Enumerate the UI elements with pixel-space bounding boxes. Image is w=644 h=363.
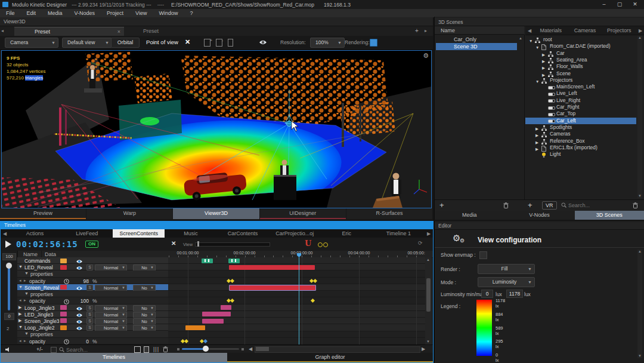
add-object-icon[interactable]: + bbox=[528, 201, 532, 210]
track-row-opacity[interactable]: ◂▸opacity0% bbox=[17, 338, 168, 344]
track-color-swatch[interactable] bbox=[60, 325, 67, 330]
track-row-screen-jingle3[interactable]: ▶Screen_Jingle3SNormal▼No▼ bbox=[17, 318, 168, 324]
tree-item-cartop[interactable]: Car_Top bbox=[525, 110, 636, 117]
render-dropdown[interactable]: Fill▼ bbox=[478, 264, 535, 274]
tree-item-carleft[interactable]: Car_Left bbox=[525, 118, 636, 124]
editor-scroll-up-icon[interactable]: ▲ bbox=[638, 250, 642, 253]
tree-item-liveleft[interactable]: Live_Left bbox=[525, 90, 636, 97]
viewport-3d[interactable]: 9 FPS 32 objects 1,084,247 vertices 572,… bbox=[1, 50, 432, 208]
rail-slider-handle[interactable] bbox=[6, 263, 12, 269]
tab-cameras[interactable]: Cameras bbox=[568, 27, 602, 33]
view-preset-dropdown[interactable]: Default view▼ bbox=[62, 38, 112, 48]
timeline-lane[interactable] bbox=[168, 297, 425, 304]
bottom-tab-grapheditor[interactable]: Graph editor bbox=[227, 353, 433, 362]
menu-file[interactable]: File bbox=[0, 9, 21, 17]
timeline-tab-screencontents[interactable]: ScreenContents bbox=[113, 229, 165, 238]
eye-icon[interactable] bbox=[259, 39, 267, 45]
timeline-clip[interactable] bbox=[229, 265, 315, 270]
timeline-tabs-right-icon[interactable]: ▶ bbox=[425, 231, 433, 236]
solo-toggle[interactable]: S bbox=[86, 318, 93, 324]
delete-scene-trash-icon[interactable] bbox=[503, 202, 509, 208]
preset-tab-close-icon[interactable]: × bbox=[117, 27, 120, 36]
timeline-tab-timeline1[interactable]: Timeline 1 bbox=[373, 229, 425, 238]
timeline-clip[interactable] bbox=[229, 285, 316, 291]
scenes-bottom-tab-vnodes[interactable]: V-Nodes bbox=[504, 211, 574, 220]
timeline-lane[interactable] bbox=[168, 324, 425, 331]
clock-icon[interactable] bbox=[64, 339, 69, 344]
menu-media[interactable]: Media bbox=[42, 9, 69, 17]
timeline-lane[interactable] bbox=[168, 270, 425, 277]
scrollbar-thumb[interactable] bbox=[426, 278, 431, 312]
track-search-input[interactable]: Search... bbox=[66, 347, 88, 353]
resolution-dropdown[interactable]: 100%▼ bbox=[310, 38, 345, 48]
view-slider[interactable] bbox=[195, 242, 270, 247]
mode-dropdown[interactable]: Luminosity▼ bbox=[478, 277, 535, 287]
collapse-icon[interactable]: ▼ bbox=[18, 264, 23, 269]
glasses-icon[interactable] bbox=[318, 242, 323, 247]
tree-item-cameras[interactable]: ▶Cameras bbox=[525, 131, 636, 137]
tabs-left-arrow-icon[interactable]: ◀ bbox=[525, 28, 534, 33]
timeline-tab-actions[interactable]: Actions bbox=[9, 229, 61, 238]
collapse-icon[interactable]: ▼ bbox=[24, 331, 29, 336]
track-row-loop-jingle3[interactable]: ▶Loop_Jingle3SNormal▼No▼ bbox=[17, 304, 168, 311]
point-of-view-button[interactable]: Point of view bbox=[143, 38, 181, 47]
solo-toggle[interactable]: S bbox=[86, 312, 93, 318]
viewer-tab-preview[interactable]: Preview bbox=[0, 208, 86, 219]
track-color-swatch[interactable] bbox=[60, 259, 67, 263]
collapse-icon[interactable]: ▼ bbox=[18, 285, 23, 289]
collapse-icon[interactable]: ▼ bbox=[24, 291, 29, 296]
scroll-down-icon[interactable]: ▼ bbox=[426, 340, 430, 343]
playhead-marker[interactable] bbox=[297, 253, 301, 257]
clock-icon[interactable] bbox=[64, 278, 69, 284]
track-row-opacity[interactable]: ◂▸opacity100% bbox=[17, 297, 168, 304]
viewport-settings-gear-icon[interactable]: ⚙ bbox=[423, 52, 429, 60]
vr-button[interactable]: VR bbox=[542, 201, 557, 210]
tree-item-light[interactable]: Light bbox=[525, 151, 636, 158]
next-key-icon[interactable]: ▸ bbox=[24, 278, 26, 283]
preset-add-icon[interactable]: + bbox=[415, 27, 419, 34]
rail-slider-track[interactable] bbox=[8, 263, 10, 310]
collapse-icon[interactable]: ▼ bbox=[24, 271, 29, 275]
play-button[interactable] bbox=[5, 241, 11, 248]
tree-scrollbar[interactable] bbox=[637, 36, 642, 198]
zoom-in-icon[interactable] bbox=[242, 348, 244, 350]
timeline-ruler[interactable]: 00:01:00:0000:02:00:0000:03:00:0000:04:0… bbox=[168, 251, 425, 257]
menu-view[interactable]: View bbox=[129, 9, 153, 17]
menu-vnodes[interactable]: V-Nodes bbox=[69, 9, 101, 17]
menu-window[interactable]: Window bbox=[153, 9, 184, 17]
next-key-icon[interactable]: ▸ bbox=[24, 298, 26, 303]
luminosity-max-input[interactable]: 1178 bbox=[506, 290, 523, 298]
rendering-checkbox[interactable] bbox=[370, 39, 377, 47]
track-row-properties[interactable]: ▼properties bbox=[17, 331, 168, 337]
tree-item-spotlights[interactable]: ▶Spotlights bbox=[525, 124, 636, 131]
hscroll-left-icon[interactable]: ◀ bbox=[249, 346, 252, 352]
scenes-bottom-tab-media[interactable]: Media bbox=[435, 211, 504, 220]
menu-edit[interactable]: Edit bbox=[21, 9, 42, 17]
view-slider-handle[interactable] bbox=[197, 241, 199, 247]
timeline-tab-livefeed[interactable]: LiveFeed bbox=[61, 229, 113, 238]
on-badge[interactable]: ON bbox=[85, 241, 98, 248]
viewer-tab-r-surfaces[interactable]: R-Surfaces bbox=[346, 208, 432, 219]
timeline-clip[interactable] bbox=[202, 312, 231, 316]
eye-icon[interactable] bbox=[76, 312, 83, 318]
opacity-value[interactable]: 98 bbox=[77, 278, 89, 284]
collapse-icon[interactable]: ▼ bbox=[18, 325, 23, 329]
layers-icon[interactable]: ||| bbox=[153, 346, 159, 352]
editor-scrollbar[interactable] bbox=[637, 250, 642, 358]
timeline-tabs-left-icon[interactable]: ◀ bbox=[1, 231, 9, 236]
layout-single-icon[interactable] bbox=[228, 39, 233, 47]
clock-icon[interactable] bbox=[64, 298, 69, 304]
preset-tab-2[interactable]: Preset bbox=[123, 27, 210, 36]
close-button[interactable]: ✕ bbox=[627, 0, 643, 9]
scenes-bottom-tab-3dscenes[interactable]: 3D Scenes bbox=[575, 211, 644, 220]
editor-scroll-down-icon[interactable]: ▼ bbox=[638, 354, 642, 358]
speaker-icon[interactable] bbox=[5, 347, 11, 352]
eye-icon[interactable] bbox=[76, 259, 83, 264]
solo-toggle[interactable]: S bbox=[86, 264, 93, 270]
tree-item-liveright[interactable]: Live_Right bbox=[525, 97, 636, 104]
tree-item-projectors[interactable]: ▼Projectors bbox=[525, 77, 636, 84]
viewer-tab-uidesigner[interactable]: UIDesigner bbox=[260, 208, 346, 219]
tree-item-root[interactable]: ▼root bbox=[525, 36, 636, 43]
zoom-slider-handle[interactable] bbox=[203, 346, 209, 352]
timeline-tab-eric[interactable]: Eric bbox=[321, 229, 373, 238]
